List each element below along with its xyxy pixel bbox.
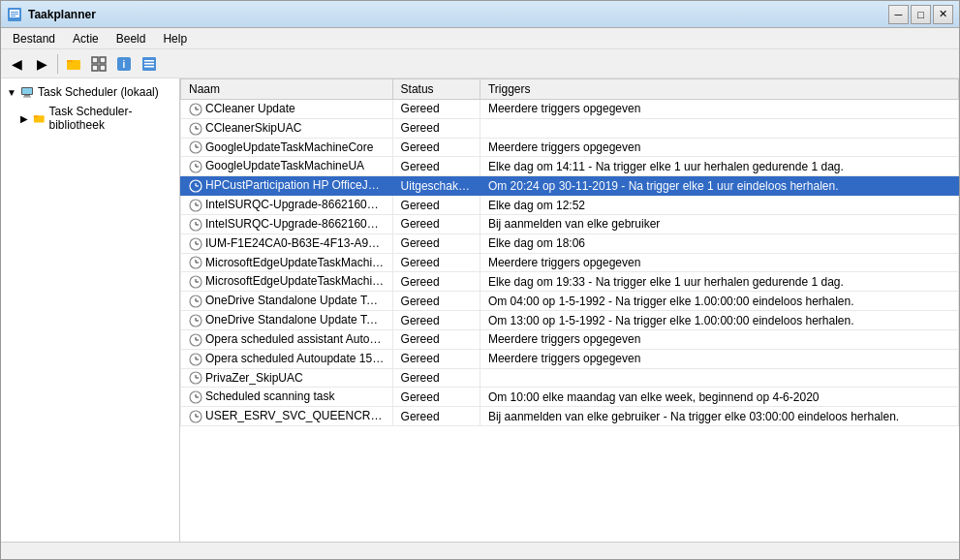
- task-name: OneDrive Standalone Update Task-S-1-5-21…: [205, 313, 392, 327]
- task-status-cell: Uitgeschakeld: [392, 176, 480, 196]
- table-row[interactable]: MicrosoftEdgeUpdateTaskMachineCoreGereed…: [181, 253, 959, 272]
- task-trigger-cell: Elke dag om 19:33 - Na trigger elke 1 uu…: [480, 272, 958, 292]
- task-name-cell: IntelSURQC-Upgrade-86621605-2a0b-4128-..…: [181, 214, 393, 233]
- menu-item-bestand[interactable]: Bestand: [5, 30, 63, 47]
- svg-rect-22: [34, 115, 38, 117]
- task-trigger-cell: Om 04:00 op 1-5-1992 - Na trigger elke 1…: [480, 292, 958, 311]
- tree-arrow-library: ▶: [20, 113, 29, 124]
- task-status-cell: Gereed: [392, 157, 480, 176]
- task-name: CCleaner Update: [205, 102, 295, 115]
- task-trigger-cell: Bij aanmelden van elke gebruiker - Na tr…: [480, 407, 958, 426]
- close-button[interactable]: ✕: [933, 5, 953, 24]
- tree-item-root[interactable]: ▼ Task Scheduler (lokaal): [1, 82, 179, 102]
- clock-icon: [189, 237, 202, 251]
- clock-icon: [189, 314, 202, 327]
- task-name-cell: CCleanerSkipUAC: [181, 118, 393, 138]
- table-row[interactable]: IntelSURQC-Upgrade-86621605-2a0b-4128-..…: [181, 196, 959, 215]
- clock-icon: [189, 371, 202, 385]
- table-row[interactable]: Opera scheduled assistant Autoupdate 159…: [181, 329, 959, 349]
- task-name-cell: CCleaner Update: [181, 100, 393, 119]
- clock-icon: [189, 199, 202, 212]
- task-name-cell: Opera scheduled Autoupdate 1593600458: [181, 349, 393, 368]
- task-name: USER_ESRV_SVC_QUEENCREEK: [205, 409, 392, 422]
- left-panel: ▼ Task Scheduler (lokaal) ▶ Task Schedul…: [1, 78, 180, 542]
- title-bar: Taakplanner ─ □ ✕: [1, 1, 959, 28]
- task-name: HPCustParticipation HP OfficeJet 6950: [205, 178, 392, 192]
- toolbar-separator-1: [57, 54, 58, 74]
- minimize-button[interactable]: ─: [888, 5, 909, 24]
- table-scroll-container[interactable]: Naam Status Triggers CCleaner UpdateGere…: [180, 78, 959, 542]
- computer-icon: [20, 85, 34, 99]
- task-trigger-cell: Om 20:24 op 30-11-2019 - Na trigger elke…: [480, 176, 958, 196]
- table-row[interactable]: USER_ESRV_SVC_QUEENCREEKGereedBij aanmel…: [181, 407, 959, 426]
- task-status-cell: Gereed: [392, 196, 480, 215]
- table-row[interactable]: MicrosoftEdgeUpdateTaskMachineUAGereedEl…: [181, 272, 959, 292]
- task-name: PrivaZer_SkipUAC: [205, 371, 303, 385]
- clock-icon: [189, 410, 202, 423]
- clock-icon: [189, 390, 202, 404]
- app-icon: [7, 7, 22, 22]
- clock-icon: [189, 179, 202, 193]
- folder-button[interactable]: [62, 52, 85, 76]
- task-trigger-cell: Elke dag om 14:11 - Na trigger elke 1 uu…: [480, 157, 958, 176]
- clock-icon: [189, 295, 202, 308]
- task-name: IntelSURQC-Upgrade-86621605-2a0b-4128-..…: [205, 198, 392, 211]
- svg-rect-7: [92, 57, 98, 63]
- table-row[interactable]: CCleanerSkipUACGereed: [181, 118, 959, 138]
- maximize-button[interactable]: □: [911, 5, 931, 24]
- task-status-cell: Gereed: [392, 349, 480, 368]
- table-row[interactable]: Scheduled scanning taskGereedOm 10:00 el…: [181, 388, 959, 407]
- task-trigger-cell: [480, 118, 958, 138]
- table-row[interactable]: GoogleUpdateTaskMachineUAGereedElke dag …: [181, 157, 959, 176]
- toolbar: ◀ ▶ i: [1, 49, 959, 78]
- column-header-status[interactable]: Status: [392, 79, 480, 100]
- task-trigger-cell: Meerdere triggers opgegeven: [480, 349, 958, 368]
- table-row[interactable]: OneDrive Standalone Update Task v2Gereed…: [181, 292, 959, 311]
- tree-label-root: Task Scheduler (lokaal): [38, 85, 159, 99]
- status-bar: [1, 542, 959, 559]
- table-row[interactable]: OneDrive Standalone Update Task-S-1-5-21…: [181, 311, 959, 330]
- task-name: OneDrive Standalone Update Task v2: [205, 294, 392, 307]
- svg-rect-9: [92, 65, 98, 71]
- table-row[interactable]: HPCustParticipation HP OfficeJet 6950Uit…: [181, 176, 959, 196]
- svg-rect-14: [144, 60, 154, 62]
- menu-item-beeld[interactable]: Beeld: [108, 30, 154, 47]
- table-row[interactable]: IntelSURQC-Upgrade-86621605-2a0b-4128-..…: [181, 214, 959, 233]
- table-row[interactable]: PrivaZer_SkipUACGereed: [181, 368, 959, 388]
- task-name: Opera scheduled Autoupdate 1593600458: [205, 352, 392, 365]
- task-status-cell: Gereed: [392, 329, 480, 349]
- table-row[interactable]: GoogleUpdateTaskMachineCoreGereedMeerder…: [181, 138, 959, 157]
- table-row[interactable]: IUM-F1E24CA0-B63E-4F13-A9E3-4ADE3BFF...G…: [181, 233, 959, 253]
- task-name: CCleanerSkipUAC: [205, 121, 301, 135]
- task-name-cell: OneDrive Standalone Update Task v2: [181, 292, 393, 311]
- column-header-triggers[interactable]: Triggers: [480, 79, 958, 100]
- info-button[interactable]: i: [112, 52, 136, 76]
- task-status-cell: Gereed: [392, 311, 480, 330]
- task-name-cell: Scheduled scanning task: [181, 388, 393, 407]
- tree-item-library[interactable]: ▶ Task Scheduler-bibliotheek: [1, 102, 179, 135]
- task-trigger-cell: Meerdere triggers opgegeven: [480, 100, 958, 119]
- list-button[interactable]: [138, 52, 161, 76]
- task-name: MicrosoftEdgeUpdateTaskMachineCore: [205, 256, 392, 269]
- task-trigger-cell: Om 13:00 op 1-5-1992 - Na trigger elke 1…: [480, 311, 958, 330]
- task-trigger-cell: Bij aanmelden van elke gebruiker: [480, 214, 958, 233]
- column-header-naam[interactable]: Naam: [181, 79, 393, 100]
- table-row[interactable]: CCleaner UpdateGereedMeerdere triggers o…: [181, 100, 959, 119]
- clock-icon: [189, 256, 202, 269]
- task-name-cell: Opera scheduled assistant Autoupdate 159…: [181, 329, 393, 349]
- clock-icon: [189, 160, 202, 173]
- svg-rect-15: [144, 63, 154, 65]
- clock-icon: [189, 103, 202, 116]
- svg-rect-16: [144, 66, 154, 68]
- task-name-cell: MicrosoftEdgeUpdateTaskMachineUA: [181, 272, 393, 292]
- task-status-cell: Gereed: [392, 138, 480, 157]
- menu-item-actie[interactable]: Actie: [65, 30, 107, 47]
- menu-item-help[interactable]: Help: [155, 30, 195, 47]
- table-row[interactable]: Opera scheduled Autoupdate 1593600458Ger…: [181, 349, 959, 368]
- svg-rect-8: [100, 57, 106, 63]
- grid-button[interactable]: [87, 52, 110, 76]
- task-name-cell: GoogleUpdateTaskMachineUA: [181, 157, 393, 176]
- task-trigger-cell: [480, 368, 958, 388]
- forward-button[interactable]: ▶: [30, 52, 53, 76]
- back-button[interactable]: ◀: [5, 52, 28, 76]
